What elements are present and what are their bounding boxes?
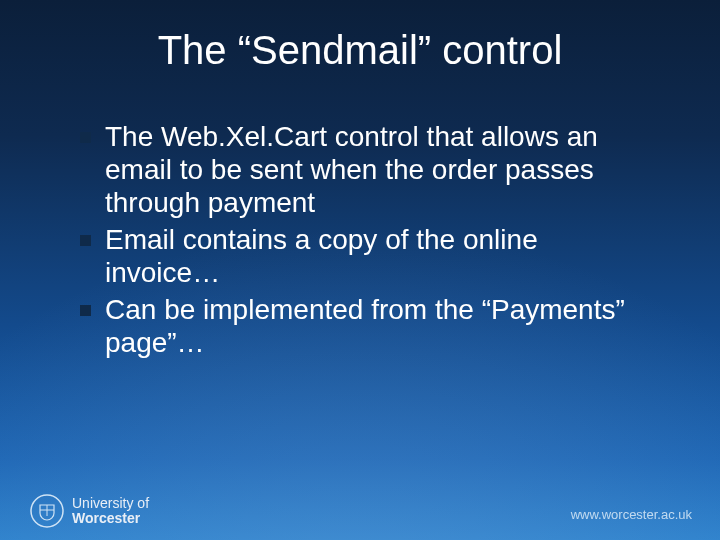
slide-footer: University of Worcester www.worcester.ac… (0, 480, 720, 540)
bullet-text: Email contains a copy of the online invo… (105, 223, 660, 289)
bullet-text: The Web.Xel.Cart control that allows an … (105, 120, 660, 219)
crest-icon (30, 494, 64, 528)
footer-url: www.worcester.ac.uk (571, 507, 692, 522)
slide-title: The “Sendmail” control (0, 28, 720, 73)
institution-name: University of Worcester (72, 496, 149, 525)
slide: The “Sendmail” control The Web.Xel.Cart … (0, 0, 720, 540)
slide-body: The Web.Xel.Cart control that allows an … (80, 120, 660, 363)
bullet-square-icon (80, 305, 91, 316)
institution-line2: Worcester (72, 511, 149, 526)
bullet-square-icon (80, 132, 91, 143)
institution-logo: University of Worcester (30, 494, 149, 528)
bullet-item: Email contains a copy of the online invo… (80, 223, 660, 289)
bullet-item: The Web.Xel.Cart control that allows an … (80, 120, 660, 219)
institution-line1: University of (72, 496, 149, 511)
bullet-square-icon (80, 235, 91, 246)
bullet-item: Can be implemented from the “Payments” p… (80, 293, 660, 359)
bullet-text: Can be implemented from the “Payments” p… (105, 293, 660, 359)
